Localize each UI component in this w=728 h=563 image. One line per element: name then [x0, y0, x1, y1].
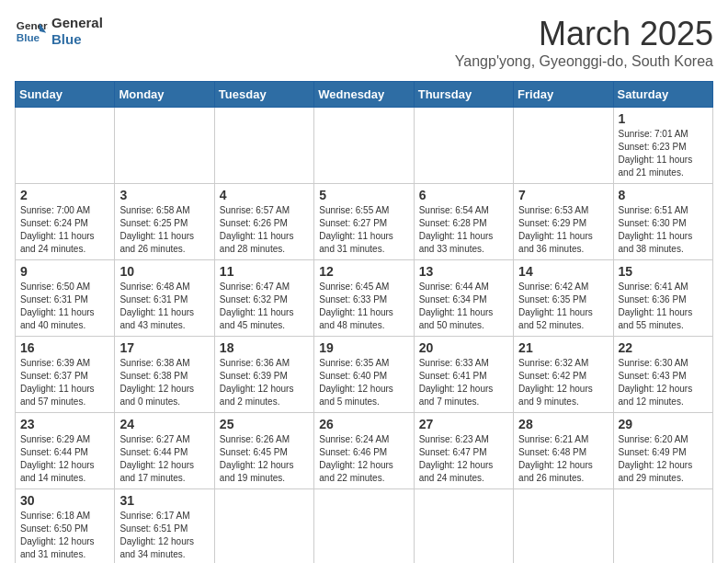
- day-number: 31: [119, 493, 209, 508]
- day-info: Sunrise: 6:33 AMSunset: 6:41 PMDaylight:…: [419, 357, 508, 408]
- calendar-cell: 14Sunrise: 6:42 AMSunset: 6:35 PMDayligh…: [514, 260, 613, 337]
- calendar-cell: 24Sunrise: 6:27 AMSunset: 6:44 PMDayligh…: [115, 413, 214, 489]
- calendar-cell: [214, 489, 313, 564]
- day-number: 21: [518, 340, 608, 355]
- calendar-cell: 29Sunrise: 6:20 AMSunset: 6:49 PMDayligh…: [613, 413, 712, 489]
- header-day-sunday: Sunday: [16, 82, 115, 108]
- day-info: Sunrise: 6:30 AMSunset: 6:43 PMDaylight:…: [619, 357, 708, 408]
- header-day-friday: Friday: [514, 82, 613, 108]
- day-info: Sunrise: 6:36 AMSunset: 6:39 PMDaylight:…: [220, 357, 309, 408]
- day-info: Sunrise: 6:23 AMSunset: 6:47 PMDaylight:…: [419, 433, 508, 485]
- day-number: 30: [20, 493, 109, 508]
- calendar-week-0: 1Sunrise: 7:01 AMSunset: 6:23 PMDaylight…: [16, 108, 713, 184]
- header-day-saturday: Saturday: [613, 82, 712, 108]
- day-number: 15: [619, 264, 708, 279]
- calendar-cell: 20Sunrise: 6:33 AMSunset: 6:41 PMDayligh…: [414, 337, 513, 413]
- calendar-cell: 30Sunrise: 6:18 AMSunset: 6:50 PMDayligh…: [16, 489, 115, 564]
- calendar-cell: 25Sunrise: 6:26 AMSunset: 6:45 PMDayligh…: [214, 413, 313, 489]
- calendar-cell: 18Sunrise: 6:36 AMSunset: 6:39 PMDayligh…: [214, 337, 313, 413]
- day-number: 13: [419, 264, 508, 279]
- calendar-week-4: 23Sunrise: 6:29 AMSunset: 6:44 PMDayligh…: [16, 413, 713, 489]
- calendar-cell: [115, 108, 214, 184]
- day-info: Sunrise: 6:24 AMSunset: 6:46 PMDaylight:…: [319, 433, 408, 485]
- calendar-cell: [414, 108, 513, 184]
- day-number: 14: [518, 264, 608, 279]
- calendar-cell: 31Sunrise: 6:17 AMSunset: 6:51 PMDayligh…: [115, 489, 214, 564]
- day-number: 23: [20, 417, 109, 431]
- calendar-cell: 17Sunrise: 6:38 AMSunset: 6:38 PMDayligh…: [115, 337, 214, 413]
- day-info: Sunrise: 6:55 AMSunset: 6:27 PMDaylight:…: [319, 204, 408, 256]
- calendar-cell: 12Sunrise: 6:45 AMSunset: 6:33 PMDayligh…: [314, 260, 414, 337]
- day-number: 1: [619, 111, 708, 126]
- header-day-wednesday: Wednesday: [314, 82, 414, 108]
- day-number: 24: [119, 417, 209, 431]
- day-number: 26: [319, 417, 408, 431]
- calendar-cell: 1Sunrise: 7:01 AMSunset: 6:23 PMDaylight…: [613, 108, 712, 184]
- logo-general: General: [51, 15, 103, 31]
- title-area: March 2025 Yangp'yong, Gyeonggi-do, Sout…: [455, 15, 713, 70]
- calendar-cell: 28Sunrise: 6:21 AMSunset: 6:48 PMDayligh…: [514, 413, 613, 489]
- calendar-cell: [16, 108, 115, 184]
- calendar-week-3: 16Sunrise: 6:39 AMSunset: 6:37 PMDayligh…: [16, 337, 713, 413]
- day-number: 27: [419, 417, 508, 431]
- calendar-body: 1Sunrise: 7:01 AMSunset: 6:23 PMDaylight…: [16, 108, 713, 564]
- calendar-cell: [613, 489, 712, 564]
- calendar-cell: 19Sunrise: 6:35 AMSunset: 6:40 PMDayligh…: [314, 337, 414, 413]
- calendar-cell: 4Sunrise: 6:57 AMSunset: 6:26 PMDaylight…: [214, 184, 313, 260]
- day-number: 5: [319, 188, 408, 202]
- logo: General Blue General Blue: [15, 15, 103, 48]
- calendar-cell: 23Sunrise: 6:29 AMSunset: 6:44 PMDayligh…: [16, 413, 115, 489]
- calendar-cell: 21Sunrise: 6:32 AMSunset: 6:42 PMDayligh…: [514, 337, 613, 413]
- day-info: Sunrise: 6:53 AMSunset: 6:29 PMDaylight:…: [518, 204, 608, 256]
- calendar-cell: 9Sunrise: 6:50 AMSunset: 6:31 PMDaylight…: [16, 260, 115, 337]
- day-info: Sunrise: 7:00 AMSunset: 6:24 PMDaylight:…: [20, 204, 109, 256]
- header-day-thursday: Thursday: [414, 82, 513, 108]
- header-day-monday: Monday: [115, 82, 214, 108]
- calendar-cell: 16Sunrise: 6:39 AMSunset: 6:37 PMDayligh…: [16, 337, 115, 413]
- calendar-cell: 11Sunrise: 6:47 AMSunset: 6:32 PMDayligh…: [214, 260, 313, 337]
- day-number: 28: [518, 417, 608, 431]
- calendar-cell: [414, 489, 513, 564]
- calendar-cell: 15Sunrise: 6:41 AMSunset: 6:36 PMDayligh…: [613, 260, 712, 337]
- day-number: 9: [20, 264, 109, 279]
- calendar-cell: 2Sunrise: 7:00 AMSunset: 6:24 PMDaylight…: [16, 184, 115, 260]
- day-info: Sunrise: 6:41 AMSunset: 6:36 PMDaylight:…: [619, 281, 708, 332]
- logo-blue: Blue: [51, 31, 103, 48]
- calendar-header: SundayMondayTuesdayWednesdayThursdayFrid…: [16, 82, 713, 108]
- calendar-cell: 6Sunrise: 6:54 AMSunset: 6:28 PMDaylight…: [414, 184, 513, 260]
- day-number: 8: [619, 188, 708, 202]
- header: General Blue General Blue March 2025 Yan…: [15, 15, 713, 70]
- day-info: Sunrise: 6:48 AMSunset: 6:31 PMDaylight:…: [119, 281, 209, 332]
- day-info: Sunrise: 6:45 AMSunset: 6:33 PMDaylight:…: [319, 281, 408, 332]
- day-info: Sunrise: 6:17 AMSunset: 6:51 PMDaylight:…: [119, 510, 209, 561]
- day-info: Sunrise: 6:35 AMSunset: 6:40 PMDaylight:…: [319, 357, 408, 408]
- day-info: Sunrise: 6:27 AMSunset: 6:44 PMDaylight:…: [119, 433, 209, 485]
- day-info: Sunrise: 6:26 AMSunset: 6:45 PMDaylight:…: [220, 433, 309, 485]
- day-number: 16: [20, 340, 109, 355]
- day-info: Sunrise: 7:01 AMSunset: 6:23 PMDaylight:…: [619, 128, 708, 179]
- location-title: Yangp'yong, Gyeonggi-do, South Korea: [455, 53, 713, 70]
- day-number: 18: [220, 340, 309, 355]
- calendar-cell: 13Sunrise: 6:44 AMSunset: 6:34 PMDayligh…: [414, 260, 513, 337]
- day-info: Sunrise: 6:38 AMSunset: 6:38 PMDaylight:…: [119, 357, 209, 408]
- day-number: 22: [619, 340, 708, 355]
- day-number: 10: [119, 264, 209, 279]
- calendar-cell: 27Sunrise: 6:23 AMSunset: 6:47 PMDayligh…: [414, 413, 513, 489]
- calendar-cell: [514, 108, 613, 184]
- header-row: SundayMondayTuesdayWednesdayThursdayFrid…: [16, 82, 713, 108]
- day-info: Sunrise: 6:47 AMSunset: 6:32 PMDaylight:…: [220, 281, 309, 332]
- calendar-cell: 3Sunrise: 6:58 AMSunset: 6:25 PMDaylight…: [115, 184, 214, 260]
- day-info: Sunrise: 6:32 AMSunset: 6:42 PMDaylight:…: [518, 357, 608, 408]
- day-info: Sunrise: 6:18 AMSunset: 6:50 PMDaylight:…: [20, 510, 109, 561]
- calendar-cell: 5Sunrise: 6:55 AMSunset: 6:27 PMDaylight…: [314, 184, 414, 260]
- day-number: 12: [319, 264, 408, 279]
- header-day-tuesday: Tuesday: [214, 82, 313, 108]
- day-number: 2: [20, 188, 109, 202]
- calendar-cell: 10Sunrise: 6:48 AMSunset: 6:31 PMDayligh…: [115, 260, 214, 337]
- calendar-cell: [314, 108, 414, 184]
- calendar-week-5: 30Sunrise: 6:18 AMSunset: 6:50 PMDayligh…: [16, 489, 713, 564]
- day-info: Sunrise: 6:44 AMSunset: 6:34 PMDaylight:…: [419, 281, 508, 332]
- calendar: SundayMondayTuesdayWednesdayThursdayFrid…: [15, 81, 713, 563]
- day-info: Sunrise: 6:39 AMSunset: 6:37 PMDaylight:…: [20, 357, 109, 408]
- day-info: Sunrise: 6:20 AMSunset: 6:49 PMDaylight:…: [619, 433, 708, 485]
